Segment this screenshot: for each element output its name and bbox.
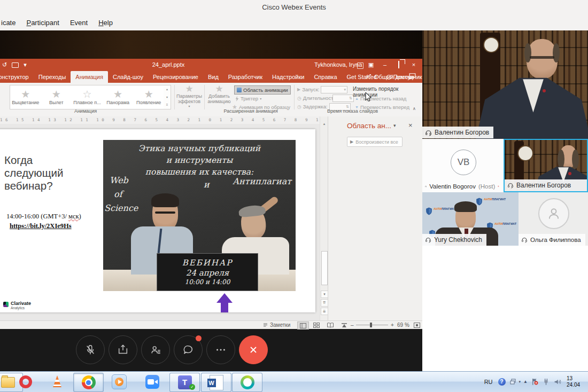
effect-options-button[interactable]: ★ Параметры эффектов ▾ (176, 84, 202, 109)
tab-transitions[interactable]: Переходы (34, 71, 71, 83)
zoom-slider-thumb[interactable] (370, 323, 372, 327)
animation-pane-button[interactable]: Область анимации (234, 85, 291, 95)
volume-icon[interactable] (553, 378, 562, 386)
add-animation-button[interactable]: ★ Добавить анимацию (206, 84, 232, 109)
tab-constructor[interactable]: Конструктор (0, 71, 34, 83)
animation-appear[interactable]: ★Появление (133, 85, 164, 109)
tile-валентин-богоров-video-selected[interactable]: Валентин Богоров (504, 139, 588, 192)
share-screen-button[interactable] (109, 335, 137, 364)
animation-pane: Область ан... ▾ × ▶ Воспроизвести все (328, 116, 423, 320)
menu-item-event[interactable]: Event (65, 19, 93, 27)
trigger-button[interactable]: Триггер▾ (235, 95, 261, 103)
help-tray-icon[interactable]: ? (498, 378, 506, 386)
slide-sorter-view-button[interactable] (311, 322, 322, 328)
slide-heading: Когда следующий вебинар? (4, 154, 90, 192)
restore-icon[interactable] (392, 59, 405, 71)
scroll-up-icon[interactable]: ▴ (320, 116, 328, 126)
normal-view-button[interactable] (297, 322, 309, 330)
webinar-box: ВЕБИНАР 24 апреля 10:00 и 14:00 (157, 253, 258, 291)
taskbar-media-player[interactable] (106, 373, 132, 391)
animation-pan[interactable]: ★Панорама (103, 85, 134, 109)
mute-button[interactable] (76, 335, 105, 364)
zoom-in-button[interactable]: + (391, 321, 394, 329)
close-x-icon (248, 344, 259, 355)
chat-notification-badge (196, 335, 202, 341)
animation-pane-title: Область ан... (347, 122, 391, 130)
tab-animation[interactable]: Анимация (71, 71, 108, 83)
minimize-icon[interactable]: – (378, 59, 391, 71)
more-options-button[interactable] (206, 335, 235, 364)
participants-button[interactable] (141, 335, 170, 364)
tile-yury-chekhovich-video[interactable]: АНТИПЛАГИАТ АНТИПЛАГИАТ АНТИПЛАГИАТ Yury… (422, 192, 519, 246)
ppt-share-button[interactable]: Общий доступ (365, 71, 414, 83)
notes-icon (263, 323, 268, 327)
gallery-scroll-down-icon[interactable]: ▾ (164, 93, 171, 101)
close-icon[interactable]: × (407, 59, 420, 71)
tile-ольга-филиппова-avatar[interactable]: Ольга Филиппова (519, 192, 588, 246)
scrollbar-thumb[interactable] (321, 251, 328, 285)
slideshow-icon[interactable] (12, 62, 19, 68)
ribbon-display-options-icon[interactable]: ▣ (365, 59, 377, 71)
gallery-more-icon[interactable]: ≡ (164, 101, 171, 109)
tab-addins[interactable]: Надстройки (267, 71, 309, 83)
taskbar-teams[interactable]: ✓ (169, 373, 200, 392)
animation-fade[interactable]: ★Выцветание (10, 85, 41, 109)
move-earlier-button[interactable]: ▲ Переместить назад (355, 95, 406, 103)
slideshow-view-button[interactable] (339, 322, 350, 328)
pane-menu-icon[interactable]: ▾ (393, 123, 396, 128)
main-video-валентин-богоров[interactable] (422, 30, 588, 139)
ppt-filename: 24_aprl.pptx (134, 59, 203, 71)
undo-icon[interactable]: ↺ (2, 61, 7, 68)
tab-help[interactable]: Справка (309, 71, 342, 83)
taskbar-webex[interactable] (232, 373, 262, 392)
headset-icon (425, 237, 431, 243)
zoom-out-button[interactable]: – (351, 321, 354, 329)
fit-slide-button[interactable] (412, 322, 422, 328)
scroll-down-button[interactable]: ▾ (321, 291, 328, 298)
zoom-slider-track[interactable] (356, 325, 388, 325)
tile-name-label: Ольга Филиппова (519, 234, 585, 246)
power-plug-icon[interactable] (542, 378, 550, 386)
clock[interactable]: 13 24.04 (563, 375, 588, 388)
chat-button[interactable] (174, 335, 203, 364)
tab-developer[interactable]: Разработчик (223, 71, 267, 83)
menu-item-participant[interactable]: Participant (21, 19, 64, 27)
collapse-ribbon-icon[interactable]: ∧ (413, 106, 416, 111)
menu-item-help[interactable]: Help (93, 19, 118, 27)
tab-slideshow[interactable]: Слайд-шоу (108, 71, 148, 83)
leave-event-button[interactable] (239, 335, 268, 364)
play-all-button[interactable]: ▶ Воспроизвести все (347, 137, 403, 147)
menu-item-communicate[interactable]: icate (0, 19, 21, 27)
pane-close-icon[interactable]: × (408, 121, 413, 129)
reading-view-button[interactable] (325, 322, 336, 328)
previous-slide-button[interactable]: ⇈ (321, 299, 328, 307)
presenter-desktop-strip (0, 30, 422, 59)
taskbar-zoom[interactable] (140, 373, 165, 391)
taskbar-word[interactable] (201, 373, 231, 392)
taskbar-vlc[interactable] (44, 373, 70, 391)
show-hidden-icons[interactable]: ▲ (523, 379, 528, 384)
vlc-icon (51, 375, 64, 388)
tray-caret-icon[interactable]: ▾ (519, 380, 521, 384)
tab-view[interactable]: Вид (203, 71, 223, 83)
slide-scrollbar[interactable]: ▴ ▾ ⇈ ⇊ (320, 116, 328, 320)
main-video-name-label: Валентин Богоров (422, 127, 493, 138)
gallery-scroll-up-icon[interactable]: ▴ (164, 85, 171, 93)
tab-review[interactable]: Рецензирование (148, 71, 203, 83)
start-dropdown[interactable]: ▾ (321, 86, 347, 93)
tile-valentin-bogorov-avatar[interactable]: VB Valentin Bogorov (Host) (422, 139, 504, 192)
muted-mic-icon (84, 344, 96, 356)
duration-spinner[interactable]: ⇅ (332, 95, 354, 102)
taskbar-chrome[interactable] (73, 373, 104, 392)
qat-customize-icon[interactable]: ▾ (24, 61, 27, 68)
animation-float-in[interactable]: ☆Плавное п... (72, 85, 103, 109)
zoom-level[interactable]: 69 % (397, 321, 409, 329)
window-stack-icon[interactable] (509, 378, 516, 385)
action-center-flag-icon[interactable] (531, 378, 539, 386)
next-slide-button[interactable]: ⇊ (321, 308, 328, 315)
notes-toggle[interactable]: Заметки (263, 321, 290, 329)
comments-icon[interactable] (408, 73, 416, 80)
language-indicator[interactable]: RU (481, 379, 496, 385)
animation-fly-in[interactable]: ★Вылет (41, 85, 72, 109)
taskbar-opera[interactable] (13, 373, 38, 391)
